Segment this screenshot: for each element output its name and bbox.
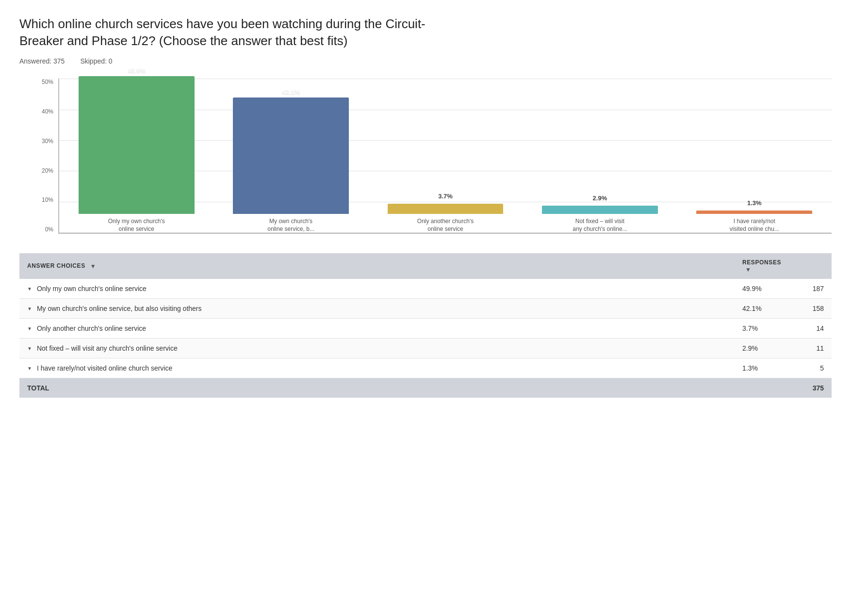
table-answer-0: ▼Only my own church's online service — [19, 279, 735, 299]
chevron-icon[interactable]: ▼ — [27, 346, 32, 351]
bar-label-bottom-4: I have rarely/not visited online chu... — [725, 218, 784, 233]
answer-text: Only my own church's online service — [37, 285, 147, 292]
answer-text: My own church's online service, but also… — [37, 305, 202, 312]
answer-table: ANSWER CHOICES ▼ RESPONSES ▼ ▼Only my ow… — [19, 253, 832, 398]
total-label: TOTAL — [19, 378, 735, 398]
chevron-icon[interactable]: ▼ — [27, 286, 32, 292]
stats-row: Answered: 375 Skipped: 0 — [19, 57, 832, 65]
table-row: ▼Only another church's online service3.7… — [19, 319, 832, 339]
bar-label-top-1: 42.1% — [282, 88, 300, 96]
bar-4 — [696, 211, 812, 214]
col-answer-header[interactable]: ANSWER CHOICES ▼ — [19, 253, 735, 279]
table-total-row: TOTAL 375 — [19, 378, 832, 398]
bar-label-bottom-1: My own church's online service, b... — [262, 218, 320, 233]
bars-group: 49.9%Only my own church's online service… — [59, 79, 832, 233]
question-title: Which online church services have you be… — [19, 16, 437, 49]
bar-wrapper-3: 2.9% — [527, 79, 672, 214]
bar-0 — [79, 76, 195, 214]
table-pct-3: 2.9% — [735, 339, 793, 358]
bar-3 — [542, 206, 658, 214]
table-row: ▼Not fixed – will visit any church's onl… — [19, 339, 832, 358]
chevron-icon[interactable]: ▼ — [27, 366, 32, 371]
table-count-0: 187 — [793, 279, 832, 299]
bar-2 — [388, 204, 504, 214]
bar-wrapper-1: 42.1% — [218, 79, 363, 214]
chart-container: 0% 10% 20% 30% 40% 50% 49.9%Only my own … — [58, 79, 832, 234]
y-tick-30: 30% — [29, 138, 53, 145]
table-header-row: ANSWER CHOICES ▼ RESPONSES ▼ — [19, 253, 832, 279]
total-count: 375 — [793, 378, 832, 398]
bar-1 — [233, 97, 349, 214]
answered-stat: Answered: 375 — [19, 57, 65, 65]
y-tick-40: 40% — [29, 108, 53, 115]
y-tick-0: 0% — [29, 226, 53, 233]
table-answer-1: ▼My own church's online service, but als… — [19, 299, 735, 319]
chart-area: 0% 10% 20% 30% 40% 50% 49.9%Only my own … — [19, 79, 832, 234]
chevron-icon[interactable]: ▼ — [27, 306, 32, 311]
bar-label-top-3: 2.9% — [593, 195, 607, 202]
bar-label-top-4: 1.3% — [747, 199, 762, 207]
bar-label-top-0: 49.9% — [128, 67, 146, 74]
bar-item-1: 42.1%My own church's online service, b..… — [218, 79, 363, 233]
bar-label-bottom-0: Only my own church's online service — [107, 218, 165, 233]
col-count-header — [793, 253, 832, 279]
skipped-stat: Skipped: 0 — [80, 57, 112, 65]
table-answer-3: ▼Not fixed – will visit any church's onl… — [19, 339, 735, 358]
chevron-icon[interactable]: ▼ — [27, 326, 32, 331]
total-pct — [735, 378, 793, 398]
table-pct-2: 3.7% — [735, 319, 793, 339]
table-row: ▼Only my own church's online service49.9… — [19, 279, 832, 299]
y-tick-20: 20% — [29, 167, 53, 174]
y-axis: 0% 10% 20% 30% 40% 50% — [29, 79, 53, 234]
table-count-1: 158 — [793, 299, 832, 319]
sort-icon-responses[interactable]: ▼ — [745, 266, 751, 273]
table-pct-1: 42.1% — [735, 299, 793, 319]
bar-label-top-2: 3.7% — [438, 193, 453, 200]
bar-item-3: 2.9%Not fixed – will visit any church's … — [527, 79, 672, 233]
table-pct-0: 49.9% — [735, 279, 793, 299]
chart-inner: 49.9%Only my own church's online service… — [58, 79, 832, 234]
bar-item-0: 49.9%Only my own church's online service — [64, 79, 209, 233]
bar-wrapper-2: 3.7% — [373, 79, 518, 214]
bar-wrapper-4: 1.3% — [682, 79, 827, 214]
table-count-2: 14 — [793, 319, 832, 339]
y-tick-10: 10% — [29, 196, 53, 203]
bar-label-bottom-3: Not fixed – will visit any church's onli… — [571, 218, 629, 233]
y-tick-50: 50% — [29, 79, 53, 85]
table-answer-4: ▼I have rarely/not visited online church… — [19, 358, 735, 378]
col-responses-header[interactable]: RESPONSES ▼ — [735, 253, 793, 279]
answer-text: I have rarely/not visited online church … — [37, 364, 172, 372]
sort-icon-answer[interactable]: ▼ — [90, 263, 96, 270]
answer-text: Only another church's online service — [37, 324, 146, 332]
bar-label-bottom-2: Only another church's online service — [416, 218, 475, 233]
table-count-3: 11 — [793, 339, 832, 358]
answer-text: Not fixed – will visit any church's onli… — [37, 344, 178, 352]
bar-item-4: 1.3%I have rarely/not visited online chu… — [682, 79, 827, 233]
table-pct-4: 1.3% — [735, 358, 793, 378]
table-count-4: 5 — [793, 358, 832, 378]
table-row: ▼I have rarely/not visited online church… — [19, 358, 832, 378]
bar-item-2: 3.7%Only another church's online service — [373, 79, 518, 233]
table-row: ▼My own church's online service, but als… — [19, 299, 832, 319]
bar-wrapper-0: 49.9% — [64, 67, 209, 214]
table-answer-2: ▼Only another church's online service — [19, 319, 735, 339]
